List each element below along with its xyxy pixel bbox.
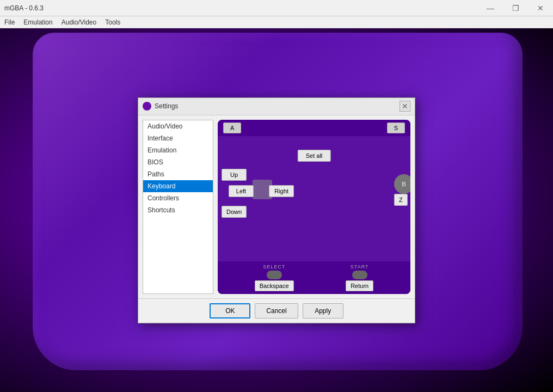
menu-emulation[interactable]: Emulation — [19, 17, 57, 27]
select-circle — [267, 271, 282, 279]
controller-top: A S — [218, 120, 410, 136]
select-label: SELECT — [263, 264, 285, 270]
shoulder-right-button[interactable]: S — [387, 122, 405, 133]
nav-list: Audio/Video Interface Emulation BIOS Pat… — [143, 120, 213, 294]
set-all-button[interactable]: Set all — [298, 150, 331, 162]
start-group: START Return — [346, 264, 373, 291]
select-key-button[interactable]: Backspace — [255, 280, 294, 291]
nav-item-interface[interactable]: Interface — [143, 132, 213, 144]
cancel-button[interactable]: Cancel — [255, 303, 298, 318]
shoulder-left-button[interactable]: A — [223, 122, 241, 133]
start-circle — [352, 271, 367, 279]
nav-item-paths[interactable]: Paths — [143, 168, 213, 180]
dialog-icon — [143, 102, 151, 111]
dialog-title: Settings — [155, 102, 400, 110]
settings-dialog: Settings ✕ Audio/Video Interface Emulati… — [138, 97, 415, 323]
menu-tools[interactable]: Tools — [101, 17, 125, 27]
nav-item-emulation[interactable]: Emulation — [143, 144, 213, 156]
dpad-right-button[interactable]: Right — [269, 185, 294, 197]
dialog-titlebar: Settings ✕ — [138, 98, 415, 115]
start-label: START — [351, 264, 369, 270]
dpad-left-button[interactable]: Left — [229, 185, 254, 197]
menu-file[interactable]: File — [0, 17, 19, 27]
titlebar: mGBA - 0.6.3 — ❐ ✕ — [0, 0, 553, 16]
menubar: File Emulation Audio/Video Tools — [0, 16, 553, 28]
controller-panel: A S Set all Up Down Left Right B A — [218, 120, 410, 294]
minimize-button[interactable]: — — [478, 0, 503, 16]
z-key-button[interactable]: Z — [394, 194, 408, 206]
nav-item-controllers[interactable]: Controllers — [143, 192, 213, 204]
dpad-up-button[interactable]: Up — [222, 169, 247, 181]
bottom-area: SELECT Backspace START Return — [218, 261, 410, 294]
nav-item-bios[interactable]: BIOS — [143, 156, 213, 168]
face-b-circle[interactable]: B — [394, 174, 410, 194]
dialog-body: Audio/Video Interface Emulation BIOS Pat… — [138, 115, 415, 298]
ok-button[interactable]: OK — [210, 303, 250, 318]
app-title: mGBA - 0.6.3 — [0, 4, 478, 12]
nav-item-keyboard[interactable]: Keyboard — [143, 180, 213, 192]
menu-audiovideo[interactable]: Audio/Video — [57, 17, 101, 27]
titlebar-controls: — ❐ ✕ — [478, 0, 553, 16]
select-group: SELECT Backspace — [255, 264, 294, 291]
maximize-button[interactable]: ❐ — [503, 0, 528, 16]
dialog-close-button[interactable]: ✕ — [400, 101, 410, 112]
dialog-footer: OK Cancel Apply — [138, 298, 415, 323]
nav-item-shortcuts[interactable]: Shortcuts — [143, 204, 213, 216]
nav-item-audiovideo[interactable]: Audio/Video — [143, 120, 213, 132]
dpad-down-button[interactable]: Down — [222, 206, 247, 218]
close-button[interactable]: ✕ — [528, 0, 553, 16]
apply-button[interactable]: Apply — [303, 303, 343, 318]
start-key-button[interactable]: Return — [346, 280, 373, 291]
dialog-overlay: Settings ✕ Audio/Video Interface Emulati… — [0, 28, 553, 392]
